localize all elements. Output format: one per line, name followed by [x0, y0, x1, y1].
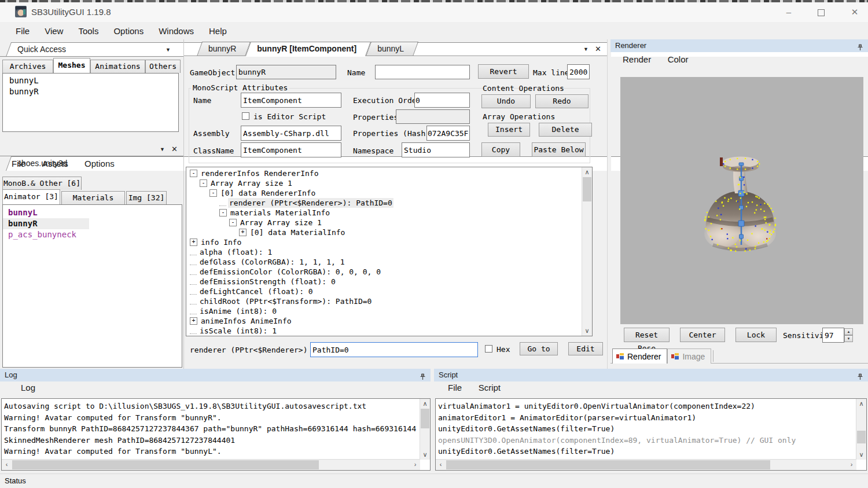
menu-file[interactable]: File: [8, 24, 37, 38]
spinner-up-icon[interactable]: ▲: [844, 328, 853, 335]
script-vertical-scrollbar[interactable]: ∧ ∨: [856, 399, 866, 460]
renderer-viewport[interactable]: [620, 77, 863, 324]
editor-tab-bunnyr-itemcomponent[interactable]: bunnyR [ItemComponent]: [245, 42, 366, 56]
scroll-right-arrow[interactable]: ›: [410, 460, 420, 469]
collapse-icon[interactable]: -: [219, 209, 227, 217]
scroll-down-arrow[interactable]: ∨: [582, 326, 592, 336]
splitter[interactable]: [607, 39, 611, 369]
tab-others[interactable]: Others: [145, 60, 181, 73]
lock-button[interactable]: Lock: [735, 328, 777, 342]
tab-meshes[interactable]: Meshes: [53, 58, 90, 73]
is-editor-script-checkbox[interactable]: [242, 112, 249, 120]
name-field[interactable]: [375, 65, 470, 79]
unity3d-menu-options[interactable]: Options: [78, 156, 122, 171]
goto-button[interactable]: Go to: [520, 342, 558, 355]
scroll-down-arrow[interactable]: ∨: [856, 450, 866, 460]
editor-tab-bunnyl[interactable]: bunnyL: [366, 42, 413, 56]
collapse-icon[interactable]: -: [190, 170, 197, 177]
log-menu-log[interactable]: Log: [14, 380, 42, 395]
properties-hash-field[interactable]: [426, 126, 470, 141]
menu-help[interactable]: Help: [201, 24, 234, 38]
quick-access-dropdown-icon[interactable]: ▼: [165, 47, 171, 53]
collapse-icon[interactable]: -: [200, 179, 207, 187]
paste-below-button[interactable]: Paste Below: [532, 142, 586, 157]
delete-button[interactable]: Delete: [539, 123, 592, 137]
list-item[interactable]: bunnyL: [3, 75, 178, 86]
script-menu-script[interactable]: Script: [472, 380, 507, 395]
tree-row[interactable]: -materials MaterialInfo: [187, 208, 581, 218]
pin-icon[interactable]: [857, 372, 863, 384]
tree-row[interactable]: +[0] data MaterialInfo: [187, 228, 581, 237]
collapse-icon[interactable]: -: [209, 189, 217, 197]
log-vertical-scrollbar[interactable]: ∧ ∨: [420, 399, 430, 460]
scroll-down-arrow[interactable]: ∨: [420, 450, 430, 460]
scroll-thumb[interactable]: [12, 460, 319, 469]
scroll-thumb[interactable]: [583, 177, 591, 201]
scroll-thumb[interactable]: [446, 460, 770, 469]
expand-icon[interactable]: +: [190, 317, 197, 325]
scroll-left-arrow[interactable]: ‹: [436, 460, 446, 469]
scroll-right-arrow[interactable]: ›: [847, 460, 856, 469]
renderer-menu-render[interactable]: Render: [616, 52, 658, 67]
tree-row[interactable]: defLightCancel (float): 0: [187, 287, 581, 296]
tree-row[interactable]: childRoot (PPtr<$Transform>): PathID=0: [187, 296, 581, 306]
splitter[interactable]: [183, 39, 184, 369]
tree-row[interactable]: isAnime (int8): 0: [187, 306, 581, 316]
editor-dropdown-icon[interactable]: ▼: [583, 46, 589, 52]
editor-tab-bunnyr[interactable]: bunnyR: [197, 42, 245, 56]
list-item[interactable]: bunnyR: [3, 86, 178, 97]
namespace-field[interactable]: [402, 142, 470, 157]
log-horizontal-scrollbar[interactable]: ‹ ›: [2, 459, 420, 470]
spinner-down-icon[interactable]: ▼: [844, 335, 853, 342]
copy-button[interactable]: Copy: [481, 142, 520, 157]
assembly-field[interactable]: [241, 126, 341, 141]
undo-button[interactable]: Undo: [481, 94, 531, 108]
script-menu-file[interactable]: File: [441, 380, 469, 395]
tree-row[interactable]: defEmissionStrength (float): 0: [187, 277, 581, 287]
pin-icon[interactable]: [420, 372, 426, 384]
tree-row[interactable]: renderer (PPtr<$Renderer>): PathID=0: [187, 198, 581, 208]
tab-image[interactable]: Image: [667, 348, 711, 364]
scroll-up-arrow[interactable]: ∧: [856, 399, 866, 409]
menu-windows[interactable]: Windows: [151, 24, 201, 38]
max-line-field[interactable]: [567, 64, 590, 79]
scroll-thumb[interactable]: [421, 409, 429, 428]
expand-icon[interactable]: +: [239, 229, 247, 236]
tree-row[interactable]: -Array Array size 1: [187, 178, 581, 188]
expand-icon[interactable]: +: [190, 239, 197, 246]
scroll-up-arrow[interactable]: ∧: [420, 399, 430, 409]
pin-icon[interactable]: [857, 42, 863, 55]
close-button[interactable]: ✕: [840, 2, 868, 22]
minimize-button[interactable]: –: [774, 2, 803, 22]
tab-renderer[interactable]: Renderer: [612, 348, 667, 364]
tab-materials[interactable]: Materials [11]: [61, 191, 125, 204]
edit-button[interactable]: Edit: [568, 342, 603, 355]
monoscript-name-field[interactable]: [241, 93, 341, 108]
tab-animator[interactable]: Animator [3]: [2, 189, 60, 204]
collapse-icon[interactable]: -: [229, 219, 237, 226]
menu-options[interactable]: Options: [106, 24, 151, 38]
log-output[interactable]: Autosaving script to D:\illusion\SB3UGS_…: [1, 398, 431, 471]
tree-row[interactable]: -rendererInfos RendererInfo: [187, 168, 581, 178]
execution-order-field[interactable]: [414, 93, 470, 108]
redo-button[interactable]: Redo: [535, 94, 589, 108]
tree-row[interactable]: -[0] data RendererInfo: [187, 188, 581, 198]
tab-animations[interactable]: Animations: [90, 60, 145, 73]
revert-button[interactable]: Revert: [478, 64, 529, 79]
hex-checkbox[interactable]: [485, 345, 492, 353]
unity3d-close-icon[interactable]: ✕: [171, 145, 178, 153]
unity3d-dropdown-icon[interactable]: ▼: [160, 146, 165, 152]
tree-row[interactable]: defEmissionColor (ColorRGBA): 0, 0, 0, 0: [187, 267, 581, 277]
scroll-left-arrow[interactable]: ‹: [2, 460, 12, 469]
center-button[interactable]: Center: [680, 328, 725, 342]
scroll-thumb[interactable]: [857, 431, 866, 443]
pathid-field[interactable]: [310, 342, 478, 357]
scroll-up-arrow[interactable]: ∧: [582, 167, 592, 177]
tab-archives[interactable]: Archives: [2, 60, 53, 73]
insert-button[interactable]: Insert: [488, 123, 530, 137]
tree-row[interactable]: +info Info: [187, 237, 581, 247]
tree-vertical-scrollbar[interactable]: ∧ ∨: [582, 167, 592, 336]
list-item[interactable]: bunnyR: [3, 218, 89, 229]
sensitivity-field[interactable]: [822, 328, 844, 343]
script-output[interactable]: virtualAnimator1 = unityEditor0.OpenVirt…: [435, 398, 867, 471]
